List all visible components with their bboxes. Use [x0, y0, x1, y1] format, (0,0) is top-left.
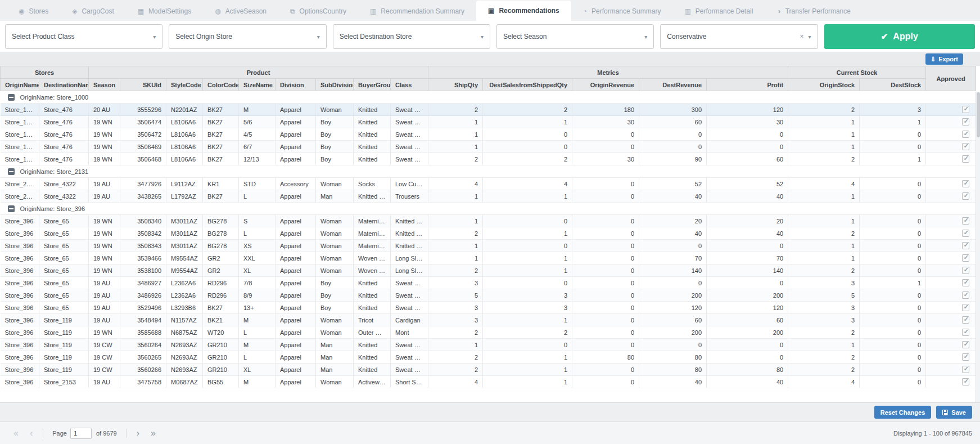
last-page-icon[interactable]: »: [145, 429, 161, 438]
previous-page-icon[interactable]: ‹: [24, 429, 38, 438]
table-row[interactable]: Store_396Store_11919 CW3560265N2693AZGR2…: [1, 351, 976, 364]
vertical-scrollbar[interactable]: [976, 92, 980, 402]
column-header[interactable]: OriginRevenue: [572, 79, 639, 91]
page-input[interactable]: [70, 428, 92, 439]
table-row[interactable]: Store_1000Store_47619 WN3506468L8106A6BK…: [1, 153, 976, 165]
season-select[interactable]: Select Season ▾: [496, 24, 654, 49]
approved-checkbox[interactable]: [962, 180, 969, 187]
table-row[interactable]: Store_396Store_11919 AU3548494N1157AZBK2…: [1, 314, 976, 326]
approved-cell: [926, 252, 976, 264]
column-header[interactable]: BuyerGroup: [354, 79, 391, 91]
chevron-down-icon[interactable]: ▾: [809, 34, 811, 40]
approved-checkbox[interactable]: [962, 254, 969, 262]
tab-recommendations[interactable]: ▣Recommendations: [476, 1, 571, 21]
column-header[interactable]: Class: [391, 79, 428, 91]
table-row[interactable]: Store_1000Store_47619 WN3506469L8106A6BK…: [1, 141, 976, 153]
export-button[interactable]: ⇩ Export: [925, 53, 963, 65]
scrollbar-thumb[interactable]: [977, 92, 980, 137]
table-row[interactable]: Store_396Store_6519 WN3508343M3011AZBG27…: [1, 240, 976, 252]
approved-checkbox[interactable]: [962, 106, 969, 113]
approved-checkbox[interactable]: [962, 291, 969, 299]
clear-icon[interactable]: ×: [800, 33, 804, 41]
column-header[interactable]: SubDivision: [316, 79, 354, 91]
table-row[interactable]: Store_396Store_6519 AU3486927L2362A6RD29…: [1, 277, 976, 289]
approved-checkbox[interactable]: [962, 118, 969, 125]
column-header-approved[interactable]: Approved: [926, 66, 976, 91]
apply-button[interactable]: ✔ Apply: [824, 24, 975, 49]
column-header[interactable]: Division: [276, 79, 316, 91]
table-row[interactable]: Store_396Store_11919 WN3585688N6875AZWT2…: [1, 326, 976, 339]
column-header[interactable]: DestStock: [860, 79, 926, 91]
cell: 1: [860, 153, 926, 165]
column-header[interactable]: StyleCode: [166, 79, 203, 91]
cell: Knitted: [354, 153, 391, 165]
column-header[interactable]: Profit: [707, 79, 788, 91]
column-header[interactable]: SizeName: [239, 79, 276, 91]
tab-performance-summary[interactable]: ◔Performance Summary: [571, 2, 673, 21]
collapse-icon[interactable]: [8, 94, 15, 101]
approved-checkbox[interactable]: [962, 329, 969, 336]
chevron-down-icon[interactable]: ▾: [153, 34, 156, 40]
approved-checkbox[interactable]: [962, 378, 969, 385]
cell: Woman: [316, 215, 354, 227]
reset-changes-button[interactable]: Reset Changes: [874, 406, 931, 419]
approved-checkbox[interactable]: [962, 131, 969, 138]
destination-store-select[interactable]: Select Destination Store ▾: [333, 24, 490, 49]
table-row[interactable]: Store_396Store_11919 CW3560264N2693AZGR2…: [1, 339, 976, 351]
table-row[interactable]: Store_396Store_215319 AU3475758M0687AZBG…: [1, 376, 976, 388]
origin-store-select[interactable]: Select Origin Store ▾: [169, 24, 326, 49]
mode-select[interactable]: Conservative × ▾: [660, 24, 818, 49]
table-row[interactable]: Store_396Store_6519 WN3508340M3011AZBG27…: [1, 215, 976, 227]
tab-cargocost[interactable]: ◈CargoCost: [60, 2, 126, 21]
table-row[interactable]: Store_396Store_6519 WN3539466M9554AZGR2X…: [1, 252, 976, 264]
chevron-down-icon[interactable]: ▾: [481, 34, 484, 40]
column-header[interactable]: OriginStock: [788, 79, 860, 91]
approved-checkbox[interactable]: [962, 304, 969, 311]
table-row[interactable]: Store_396Store_6519 WN3538100M9554AZGR2X…: [1, 264, 976, 277]
table-row[interactable]: Store_2131Store_432219 AU3477926L9112AZK…: [1, 178, 976, 190]
approved-checkbox[interactable]: [962, 155, 969, 163]
approved-checkbox[interactable]: [962, 341, 969, 348]
approved-checkbox[interactable]: [962, 242, 969, 249]
tab-activeseason[interactable]: ◍ActiveSeason: [203, 2, 278, 21]
table-row[interactable]: Store_1000Store_47619 WN3506472L8106A6BK…: [1, 128, 976, 141]
approved-checkbox[interactable]: [962, 267, 969, 274]
approved-checkbox[interactable]: [962, 192, 969, 200]
approved-checkbox[interactable]: [962, 279, 969, 286]
table-row[interactable]: Store_396Store_11919 CW3560266N2693AZGR2…: [1, 364, 976, 376]
approved-checkbox[interactable]: [962, 366, 969, 373]
chevron-down-icon[interactable]: ▾: [317, 34, 320, 40]
tab-transfer-performance[interactable]: ◑Transfer Performance: [765, 2, 862, 21]
column-header[interactable]: DestRevenue: [639, 79, 707, 91]
tab-modelsettings[interactable]: ▦ModelSettings: [126, 2, 203, 21]
tab-recommendation-summary[interactable]: ▥Recommendation Summary: [358, 2, 476, 21]
table-row[interactable]: Store_396Store_6519 AU3529496L3293B6BK27…: [1, 302, 976, 314]
save-button[interactable]: Save: [936, 406, 972, 419]
table-row[interactable]: Store_396Store_6519 WN3508342M3011AZBG27…: [1, 227, 976, 240]
approved-checkbox[interactable]: [962, 217, 969, 225]
column-header[interactable]: ColorCode: [203, 79, 239, 91]
table-row[interactable]: Store_1000Store_47620 AU3555296N2201AZBK…: [1, 104, 976, 116]
approved-checkbox[interactable]: [962, 230, 969, 237]
column-header[interactable]: ShipQty: [428, 79, 483, 91]
column-header[interactable]: DestinationName: [39, 79, 89, 91]
approved-checkbox[interactable]: [962, 143, 969, 150]
tab-optionscountry[interactable]: ⧉OptionsCountry: [278, 2, 358, 21]
table-row[interactable]: Store_1000Store_47619 WN3506474L8106A6BK…: [1, 116, 976, 128]
tab-performance-detail[interactable]: ▥Performance Detail: [672, 2, 765, 21]
approved-checkbox[interactable]: [962, 316, 969, 324]
column-header[interactable]: SKUId: [120, 79, 166, 91]
tab-stores[interactable]: ◉Stores: [7, 2, 60, 21]
first-page-icon[interactable]: «: [8, 429, 24, 438]
table-row[interactable]: Store_2131Store_432219 AU3438265L1792AZB…: [1, 190, 976, 203]
next-page-icon[interactable]: ›: [131, 429, 145, 438]
table-row[interactable]: Store_396Store_6519 AU3486926L2362A6RD29…: [1, 289, 976, 302]
column-header[interactable]: OriginName: [1, 79, 39, 91]
column-header[interactable]: Season: [89, 79, 120, 91]
collapse-icon[interactable]: [8, 168, 15, 175]
column-header[interactable]: DestSalesfromShippedQty: [483, 79, 572, 91]
approved-checkbox[interactable]: [962, 353, 969, 361]
collapse-icon[interactable]: [8, 205, 15, 212]
product-class-select[interactable]: Select Product Class ▾: [5, 24, 162, 49]
chevron-down-icon[interactable]: ▾: [644, 34, 647, 40]
